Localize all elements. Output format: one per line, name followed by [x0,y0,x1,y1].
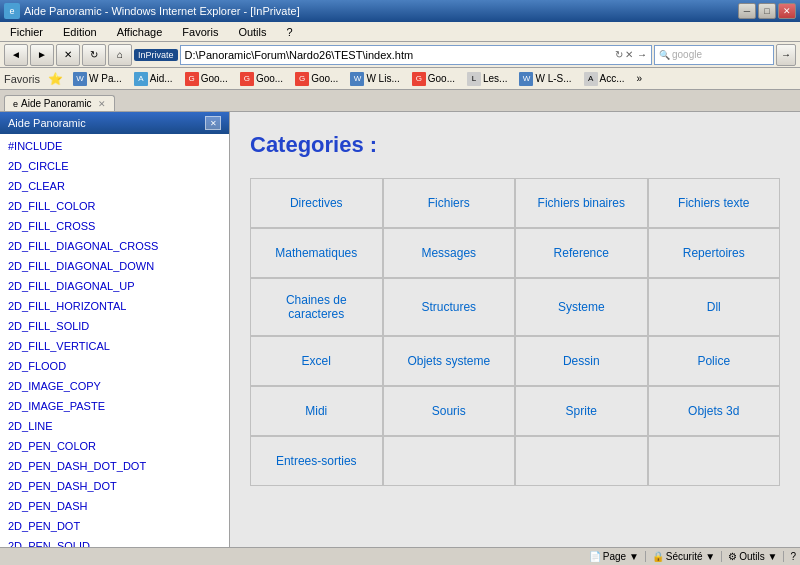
tab-aide-panoramic[interactable]: e Aide Panoramic ✕ [4,95,115,111]
back-button[interactable]: ◄ [4,44,28,66]
category-cell[interactable]: Objets systeme [384,337,515,385]
fav-label-7: Les... [483,73,507,84]
sidebar-item[interactable]: 2D_FILL_VERTICAL [0,336,229,356]
menu-affichage[interactable]: Affichage [111,25,169,39]
fav-item-7[interactable]: L Les... [463,71,511,87]
category-cell[interactable]: Excel [251,337,382,385]
category-cell[interactable]: Systeme [516,279,647,335]
fav-item-3[interactable]: G Goo... [236,71,287,87]
fav-more[interactable]: » [633,72,647,85]
fav-item-2[interactable]: G Goo... [181,71,232,87]
sidebar-collapse-button[interactable]: ✕ [205,116,221,130]
category-cell[interactable]: Reference [516,229,647,277]
home-button[interactable]: ⌂ [108,44,132,66]
status-bar: 📄 Page ▼ 🔒 Sécurité ▼ ⚙ Outils ▼ ? [0,547,800,565]
ie-icon: e [4,3,20,19]
search-go-button[interactable]: → [776,44,796,66]
category-cell[interactable]: Fichiers texte [649,179,780,227]
sidebar-item[interactable]: 2D_CLEAR [0,176,229,196]
sidebar-item[interactable]: 2D_PEN_DASH [0,496,229,516]
sidebar-item[interactable]: 2D_PEN_DASH_DOT [0,476,229,496]
search-bar[interactable]: 🔍 google [654,45,774,65]
fav-item-5[interactable]: W W Lis... [346,71,403,87]
sidebar-item[interactable]: 2D_FLOOD [0,356,229,376]
fav-icon-4: G [295,72,309,86]
page-label: Page ▼ [603,551,639,562]
security-section: 🔒 Sécurité ▼ [652,551,722,562]
refresh-button[interactable]: ↻ [82,44,106,66]
sidebar-item[interactable]: 2D_FILL_HORIZONTAL [0,296,229,316]
maximize-button[interactable]: □ [758,3,776,19]
sidebar-item[interactable]: 2D_FILL_CROSS [0,216,229,236]
minimize-button[interactable]: ─ [738,3,756,19]
category-cell[interactable]: Structures [384,279,515,335]
fav-label-5: W Lis... [366,73,399,84]
sidebar-item[interactable]: 2D_FILL_DIAGONAL_DOWN [0,256,229,276]
tools-section: ⚙ Outils ▼ [728,551,784,562]
sidebar-item[interactable]: 2D_IMAGE_COPY [0,376,229,396]
category-cell[interactable]: Entrees-sorties [251,437,382,485]
search-provider-icon: 🔍 [659,50,670,60]
menu-edition[interactable]: Edition [57,25,103,39]
security-label: Sécurité ▼ [666,551,715,562]
sidebar-item[interactable]: 2D_LINE [0,416,229,436]
address-bar[interactable]: D:\Panoramic\Forum\Nardo26\TEST\index.ht… [180,45,652,65]
fav-item-0[interactable]: W W Pa... [69,71,126,87]
fav-label-2: Goo... [201,73,228,84]
tools-icon: ⚙ [728,551,737,562]
category-cell[interactable]: Messages [384,229,515,277]
category-cell[interactable]: Police [649,337,780,385]
sidebar-item[interactable]: 2D_PEN_DOT [0,516,229,536]
sidebar-item[interactable]: 2D_PEN_COLOR [0,436,229,456]
tab-close-icon[interactable]: ✕ [98,99,106,109]
sidebar-item[interactable]: 2D_FILL_DIAGONAL_CROSS [0,236,229,256]
favorites-label: Favoris [4,73,40,85]
category-cell[interactable]: Dll [649,279,780,335]
sidebar-item[interactable]: 2D_PEN_SOLID [0,536,229,547]
menu-help[interactable]: ? [281,25,299,39]
fav-label-3: Goo... [256,73,283,84]
sidebar-item[interactable]: 2D_PEN_DASH_DOT_DOT [0,456,229,476]
sidebar-title: Aide Panoramic [8,117,86,129]
category-cell[interactable]: Dessin [516,337,647,385]
go-button[interactable]: → [637,49,647,60]
category-cell[interactable]: Midi [251,387,382,435]
page-zoom-section: 📄 Page ▼ [589,551,646,562]
fav-item-4[interactable]: G Goo... [291,71,342,87]
menu-outils[interactable]: Outils [232,25,272,39]
category-cell: . [384,437,515,485]
category-cell[interactable]: Repertoires [649,229,780,277]
forward-button[interactable]: ► [30,44,54,66]
help-section: ? [790,551,796,562]
category-cell: . [516,437,647,485]
sidebar-item[interactable]: 2D_FILL_COLOR [0,196,229,216]
sidebar-item[interactable]: 2D_CIRCLE [0,156,229,176]
window-title: Aide Panoramic - Windows Internet Explor… [24,5,300,17]
help-icon: ? [790,551,796,562]
category-cell[interactable]: Fichiers binaires [516,179,647,227]
fav-item-6[interactable]: G Goo... [408,71,459,87]
fav-icon-3: G [240,72,254,86]
category-cell[interactable]: Mathematiques [251,229,382,277]
fav-item-9[interactable]: A Acc... [580,71,629,87]
category-cell[interactable]: Souris [384,387,515,435]
category-cell[interactable]: Directives [251,179,382,227]
menu-fichier[interactable]: Fichier [4,25,49,39]
stop-button[interactable]: ✕ [56,44,80,66]
sidebar-item[interactable]: 2D_IMAGE_PASTE [0,396,229,416]
menu-favoris[interactable]: Favoris [176,25,224,39]
fav-item-8[interactable]: W W L-S... [515,71,575,87]
category-cell[interactable]: Sprite [516,387,647,435]
sidebar-item[interactable]: #INCLUDE [0,136,229,156]
tab-icon: e [13,99,18,109]
sidebar-item[interactable]: 2D_FILL_SOLID [0,316,229,336]
close-button[interactable]: ✕ [778,3,796,19]
category-cell[interactable]: Objets 3d [649,387,780,435]
category-cell[interactable]: Chaines de caracteres [251,279,382,335]
sidebar-list[interactable]: #INCLUDE2D_CIRCLE2D_CLEAR2D_FILL_COLOR2D… [0,134,229,547]
fav-item-1[interactable]: A Aid... [130,71,177,87]
sidebar-item[interactable]: 2D_FILL_DIAGONAL_UP [0,276,229,296]
fav-label-1: Aid... [150,73,173,84]
category-cell[interactable]: Fichiers [384,179,515,227]
page-icon: 📄 [589,551,601,562]
